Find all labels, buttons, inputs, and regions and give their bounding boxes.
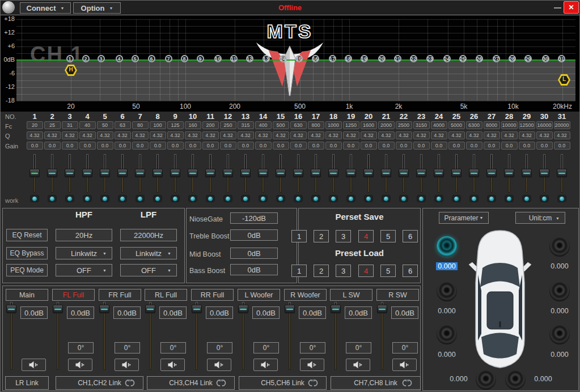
- eq-gain-slider-handle[interactable]: [223, 169, 233, 177]
- channel-gain-slider-handle[interactable]: [53, 305, 63, 313]
- eq-band-point[interactable]: 20: [378, 55, 386, 62]
- link-button[interactable]: CH5,CH6 Link: [239, 376, 327, 390]
- fc-cell[interactable]: 400: [255, 121, 272, 129]
- delay-value[interactable]: 0.000: [544, 262, 575, 270]
- speaker-sub-left[interactable]: [476, 369, 496, 390]
- q-cell[interactable]: 4.32: [79, 131, 96, 139]
- channel-gain-slider-handle[interactable]: [238, 305, 248, 313]
- speaker-mid-right[interactable]: [549, 281, 570, 301]
- fc-cell[interactable]: 1600: [361, 121, 377, 129]
- channel-phase-value[interactable]: 0°: [346, 342, 371, 353]
- channel-gain-value[interactable]: 0.0dB: [113, 306, 141, 319]
- gain-cell[interactable]: 0.0: [343, 142, 359, 150]
- gain-cell[interactable]: 0.0: [44, 142, 61, 150]
- channel-button[interactable]: RL Full: [145, 289, 187, 301]
- preset-load-button-1[interactable]: 1: [291, 265, 307, 277]
- eq-gain-slider-handle[interactable]: [346, 169, 356, 177]
- q-cell[interactable]: 4.32: [132, 131, 149, 139]
- gain-cell[interactable]: 0.0: [413, 142, 430, 150]
- q-cell[interactable]: 4.32: [115, 131, 131, 139]
- preset-save-button-5[interactable]: 5: [380, 230, 396, 242]
- channel-phase-value[interactable]: 0°: [300, 342, 325, 353]
- channel-phase-value[interactable]: 0°: [253, 342, 279, 353]
- q-cell[interactable]: 4.32: [396, 131, 412, 139]
- eq-band-point[interactable]: 31: [558, 55, 565, 62]
- mute-button[interactable]: [253, 359, 278, 371]
- eq-gain-slider-handle[interactable]: [557, 169, 567, 177]
- gain-cell[interactable]: 0.0: [255, 142, 272, 150]
- eq-band-point[interactable]: 4: [116, 55, 123, 62]
- eq-gain-slider-handle[interactable]: [29, 169, 40, 177]
- preset-save-button-1[interactable]: 1: [291, 230, 307, 242]
- gain-cell[interactable]: 0.0: [519, 142, 535, 150]
- eq-gain-slider-handle[interactable]: [188, 169, 198, 177]
- fc-cell[interactable]: 200: [202, 121, 219, 129]
- gain-cell[interactable]: 0.0: [361, 142, 377, 150]
- speaker-rear-right[interactable]: [549, 324, 570, 344]
- eq-band-point[interactable]: 13: [263, 55, 270, 62]
- channel-phase-value[interactable]: 0°: [207, 342, 232, 353]
- eq-gain-slider-handle[interactable]: [381, 169, 391, 177]
- fc-cell[interactable]: 12500: [519, 121, 535, 129]
- q-cell[interactable]: 4.32: [361, 131, 377, 139]
- lpf-mode-select[interactable]: OFF ▼: [120, 264, 177, 276]
- gain-cell[interactable]: 0.0: [536, 142, 553, 150]
- gain-cell[interactable]: 0.0: [431, 142, 447, 150]
- unit-select[interactable]: Unit:cm ▼: [515, 212, 565, 224]
- channel-gain-slider-handle[interactable]: [377, 305, 387, 313]
- channel-button[interactable]: Main: [6, 289, 48, 301]
- eq-gain-slider-handle[interactable]: [47, 169, 57, 177]
- delay-value[interactable]: 0.000: [431, 307, 462, 315]
- hpf-freq-field[interactable]: 20Hz: [56, 229, 112, 241]
- channel-gain-value[interactable]: 0.0dB: [345, 306, 372, 319]
- delay-value[interactable]: 0.000: [528, 375, 558, 383]
- fc-cell[interactable]: 40: [79, 121, 96, 129]
- speaker-front-left[interactable]: [437, 236, 457, 257]
- q-cell[interactable]: 4.32: [97, 131, 113, 139]
- channel-gain-slider-handle[interactable]: [331, 305, 341, 313]
- channel-gain-value[interactable]: 0.0dB: [252, 306, 280, 319]
- eq-band-point[interactable]: 8: [181, 55, 188, 62]
- eq-gain-slider-handle[interactable]: [258, 169, 268, 177]
- channel-button[interactable]: L Woofer: [238, 289, 280, 301]
- q-cell[interactable]: 4.32: [378, 131, 395, 139]
- channel-gain-value[interactable]: 0.0dB: [159, 306, 187, 319]
- slider-track[interactable]: [103, 309, 105, 370]
- eq-band-point[interactable]: 17: [329, 55, 336, 62]
- fc-cell[interactable]: 31: [62, 121, 78, 129]
- preset-load-button-3[interactable]: 3: [336, 265, 351, 277]
- delay-value[interactable]: 0.000: [443, 375, 474, 383]
- mute-button[interactable]: [300, 359, 324, 371]
- fc-cell[interactable]: 2000: [378, 121, 395, 129]
- eq-band-point[interactable]: 9: [197, 55, 204, 62]
- eq-band-point[interactable]: 11: [230, 55, 238, 62]
- eq-band-point[interactable]: 14: [280, 55, 287, 62]
- channel-button[interactable]: L SW: [330, 289, 372, 301]
- q-cell[interactable]: 4.32: [519, 131, 535, 139]
- q-cell[interactable]: 4.32: [290, 131, 307, 139]
- fc-cell[interactable]: 16000: [536, 121, 553, 129]
- eq-gain-slider-handle[interactable]: [328, 169, 338, 177]
- eq-band-point[interactable]: 22: [410, 55, 417, 62]
- fc-cell[interactable]: 160: [185, 121, 201, 129]
- eq-band-point[interactable]: 15: [295, 55, 303, 62]
- channel-gain-slider-handle[interactable]: [192, 305, 202, 313]
- channel-button[interactable]: FR Full: [99, 289, 141, 301]
- channel-button[interactable]: R Woofer: [284, 289, 327, 301]
- gain-cell[interactable]: 0.0: [484, 142, 500, 150]
- mute-button[interactable]: [115, 359, 139, 371]
- fc-cell[interactable]: 20000: [554, 121, 570, 129]
- eq-gain-slider-handle[interactable]: [451, 169, 462, 177]
- eq-reset-button[interactable]: EQ Reset: [6, 229, 48, 241]
- slider-track[interactable]: [381, 309, 383, 370]
- delay-value[interactable]: 0.000: [544, 351, 575, 359]
- preset-load-button-5[interactable]: 5: [380, 265, 396, 277]
- channel-button[interactable]: R SW: [376, 289, 419, 301]
- delay-value[interactable]: 0.000: [431, 351, 462, 359]
- eq-gain-slider-handle[interactable]: [240, 169, 251, 177]
- mute-button[interactable]: [160, 359, 185, 371]
- mute-button[interactable]: [392, 359, 417, 371]
- fc-cell[interactable]: 80: [132, 121, 149, 129]
- eq-band-point[interactable]: 5: [132, 55, 139, 62]
- eq-gain-slider-handle[interactable]: [65, 169, 75, 177]
